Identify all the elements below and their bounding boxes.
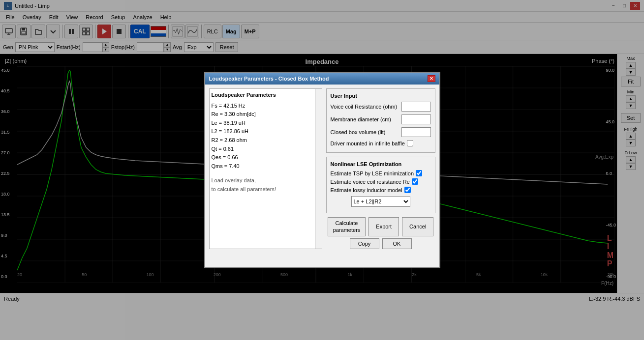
estimate-tsp-checkbox[interactable] — [416, 170, 422, 176]
param-item: L2 = 182.86 uH — [212, 127, 320, 136]
param-item: Re = 3.30 ohm[dc] — [212, 110, 320, 119]
cancel-button[interactable]: Cancel — [402, 217, 433, 236]
ok-button[interactable]: OK — [382, 238, 412, 249]
nonlinear-group: Nonlinear LSE Optimization Estimate TSP … — [326, 157, 435, 213]
modal-right-panel: User Input Voice coil Resistance (ohm) 4… — [326, 88, 435, 249]
model-select-container: Le + L2||R2 Le Le + R2 Le||R2 — [331, 196, 431, 207]
modal-buttons-2: Copy OK — [326, 238, 435, 249]
param-item: Fs = 42.15 Hz — [212, 102, 320, 111]
export-button[interactable]: Export — [368, 217, 399, 236]
params-scrollbar[interactable] — [315, 89, 322, 249]
estimate-lossy-checkbox[interactable] — [404, 187, 411, 193]
estimate-tsp-label: Estimate TSP by LSE minimization — [331, 170, 414, 176]
infinite-baffle-label: Driver mounted in infinite baffle — [331, 141, 405, 146]
membrane-input[interactable]: 17 — [401, 114, 431, 124]
estimate-voice-label: Estimate voice coil resistance Re — [331, 179, 410, 185]
estimate-tsp-row: Estimate TSP by LSE minimization — [331, 170, 431, 176]
modal-overlay: Loudspeaker Parameters - Closed Box Meth… — [0, 0, 644, 304]
estimate-voice-row: Estimate voice coil resistance Re — [331, 178, 431, 185]
modal-title: Loudspeaker Parameters - Closed Box Meth… — [209, 76, 329, 82]
estimate-lossy-row: Estimate lossy inductor model — [331, 187, 431, 193]
modal-close-button[interactable]: ✕ — [428, 75, 435, 82]
modal-body: Loudspeaker Parameters Fs = 42.15 HzRe =… — [205, 85, 439, 253]
nonlinear-title: Nonlinear LSE Optimization — [331, 161, 431, 167]
params-list: Fs = 42.15 HzRe = 3.30 ohm[dc]Le = 38.19… — [212, 102, 320, 171]
estimate-voice-checkbox[interactable] — [412, 178, 418, 185]
closed-box-row: Closed box volume (lit) 10 — [331, 127, 431, 137]
infinite-baffle-row: Driver mounted in infinite baffle — [331, 140, 431, 146]
voice-coil-row: Voice coil Resistance (ohm) 4.2 — [331, 102, 431, 112]
copy-button[interactable]: Copy — [350, 238, 379, 249]
modal-titlebar: Loudspeaker Parameters - Closed Box Meth… — [205, 73, 439, 85]
voice-coil-label: Voice coil Resistance (ohm) — [331, 104, 401, 110]
estimate-lossy-label: Estimate lossy inductor model — [331, 187, 402, 193]
model-select[interactable]: Le + L2||R2 Le Le + R2 Le||R2 — [351, 196, 410, 207]
load-overlay-text1: Load overlay data, — [212, 176, 320, 185]
param-item: R2 = 2.68 ohm — [212, 136, 320, 145]
calculate-button[interactable]: Calculateparameters — [328, 217, 366, 236]
param-item: Le = 38.19 uH — [212, 119, 320, 128]
modal-buttons: Calculateparameters Export Cancel — [326, 217, 435, 236]
param-item: Qt = 0.61 — [212, 145, 320, 154]
closed-box-input[interactable]: 10 — [401, 127, 431, 137]
user-input-group: User Input Voice coil Resistance (ohm) 4… — [326, 88, 435, 153]
param-item: Qes = 0.66 — [212, 153, 320, 162]
membrane-row: Membrane diameter (cm) 17 — [331, 114, 431, 124]
closed-box-label: Closed box volume (lit) — [331, 129, 401, 135]
user-input-title: User Input — [331, 93, 431, 99]
membrane-label: Membrane diameter (cm) — [331, 116, 401, 122]
param-item: Qms = 7.40 — [212, 162, 320, 171]
modal-dialog: Loudspeaker Parameters - Closed Box Meth… — [204, 72, 440, 268]
params-title: Loudspeaker Parameters — [212, 91, 320, 100]
voice-coil-input[interactable]: 4.2 — [401, 102, 431, 112]
load-overlay-text2: to calculate all parameters! — [212, 185, 320, 194]
infinite-baffle-checkbox[interactable] — [407, 140, 413, 146]
modal-params-panel: Loudspeaker Parameters Fs = 42.15 HzRe =… — [209, 88, 322, 249]
